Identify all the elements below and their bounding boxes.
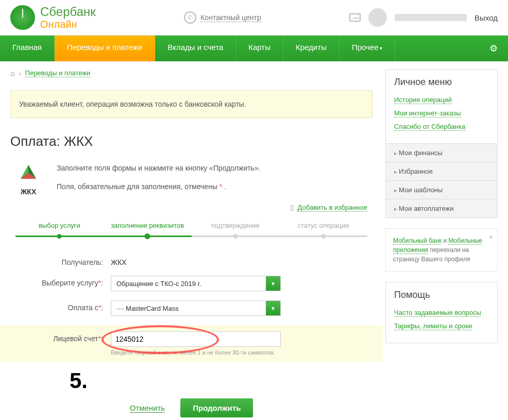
breadcrumb-link[interactable]: Переводы и платежи xyxy=(25,69,91,77)
sberbank-logo-icon xyxy=(10,5,35,30)
home-icon[interactable]: ⌂ xyxy=(10,69,14,77)
page-title: Оплата: ЖКХ xyxy=(10,133,372,149)
logo-name: Сбербанк xyxy=(40,5,96,19)
my-autopayments[interactable]: Мои автоплатежи xyxy=(386,199,497,217)
intro-line1: Заполните поля формы и нажмите на кнопку… xyxy=(57,162,372,175)
history-link[interactable]: История операций xyxy=(394,96,452,104)
my-finances[interactable]: Мои финансы xyxy=(386,143,497,162)
logo[interactable]: Сбербанк Онлайн xyxy=(10,5,96,30)
add-favorite-link[interactable]: Добавить в избранное xyxy=(298,204,367,212)
help-title: Помощь xyxy=(386,282,497,305)
user-name xyxy=(395,14,467,21)
my-templates[interactable]: Мои шаблоны xyxy=(386,180,497,199)
logo-subtitle: Онлайн xyxy=(40,19,96,30)
provider-label: ЖКХ xyxy=(10,188,46,196)
tariffs-link[interactable]: Тарифы, лимиты и сроки xyxy=(394,322,472,330)
intro-line2-prefix: Поля, обязательные для заполнения, отмеч… xyxy=(57,182,219,191)
step-2: заполнение реквизитов xyxy=(104,222,192,237)
pay-from-value: ···· MasterCard Mass xyxy=(111,305,266,312)
mobile-notice: × Мобильный банк и Мобильные приложения … xyxy=(385,228,498,272)
service-value: Обращение с ТКО-с 2019 г. xyxy=(111,280,266,288)
personal-menu-panel: Личное меню История операций Мои интерне… xyxy=(385,69,498,218)
bookmark-icon: ▯ xyxy=(290,204,294,211)
step-3: подтверждение xyxy=(192,222,280,237)
phone-icon: ✆ xyxy=(184,11,196,24)
recipient-value: ЖКХ xyxy=(111,255,372,266)
recipient-label: Получатель: xyxy=(10,255,111,266)
continue-button[interactable]: Продолжить xyxy=(180,398,253,417)
chevron-down-icon: ▼ xyxy=(266,276,280,291)
account-label: Лицевой счет xyxy=(53,334,98,343)
breadcrumb-separator: › xyxy=(19,70,21,77)
annotation-number: 5. xyxy=(70,368,372,393)
step-indicator: выбор услуги заполнение реквизитов подтв… xyxy=(10,222,372,237)
step-1: выбор услуги xyxy=(15,222,104,237)
personal-menu-title: Личное меню xyxy=(386,70,497,92)
provider-icon: ЖКХ xyxy=(10,162,46,196)
service-select[interactable]: Обращение с ТКО-с 2019 г. ▼ xyxy=(111,276,281,291)
cancel-button[interactable]: Отменить xyxy=(130,404,165,413)
favorites[interactable]: Избранное xyxy=(386,162,497,180)
nav-transfers[interactable]: Переводы и платежи xyxy=(55,36,155,61)
account-input[interactable] xyxy=(111,331,281,347)
mobile-bank-link[interactable]: Мобильный банк xyxy=(393,237,442,245)
close-icon[interactable]: × xyxy=(489,232,493,243)
contact-center-link[interactable]: Контактный центр xyxy=(200,13,261,22)
help-panel: Помощь Часто задаваемые вопросы Тарифы, … xyxy=(385,282,498,343)
info-message: Уважаемый клиент, операция возможна толь… xyxy=(10,90,372,118)
nav-main[interactable]: Главная xyxy=(0,36,55,61)
nav-credits[interactable]: Кредиты xyxy=(283,36,340,61)
nav-other[interactable]: Прочее xyxy=(340,36,395,61)
pay-from-select[interactable]: ···· MasterCard Mass ▼ xyxy=(111,300,281,316)
spasibo-link[interactable]: Спасибо от Сбербанка xyxy=(394,123,465,131)
faq-link[interactable]: Часто задаваемые вопросы xyxy=(394,309,481,317)
account-hint: Введите лицевой счет, не менее 1 и не бо… xyxy=(111,349,372,356)
nav-deposits[interactable]: Вклады и счета xyxy=(155,36,236,61)
nav-cards[interactable]: Карты xyxy=(236,36,283,61)
chevron-down-icon: ▼ xyxy=(266,301,280,315)
step-4: статус операции xyxy=(279,222,367,237)
breadcrumb: ⌂ › Переводы и платежи xyxy=(10,69,372,77)
mail-icon[interactable] xyxy=(349,13,361,22)
intro-line2-suffix: . xyxy=(222,182,226,191)
settings-gear-icon[interactable]: ⚙ xyxy=(479,36,508,61)
avatar[interactable] xyxy=(368,8,387,27)
service-label: Выберите услугу xyxy=(42,279,98,287)
orders-link[interactable]: Мои интернет-заказы xyxy=(394,109,461,117)
logout-link[interactable]: Выход xyxy=(475,13,498,22)
pay-from-label: Оплата с xyxy=(68,304,98,312)
main-nav: Главная Переводы и платежи Вклады и счет… xyxy=(0,36,508,61)
